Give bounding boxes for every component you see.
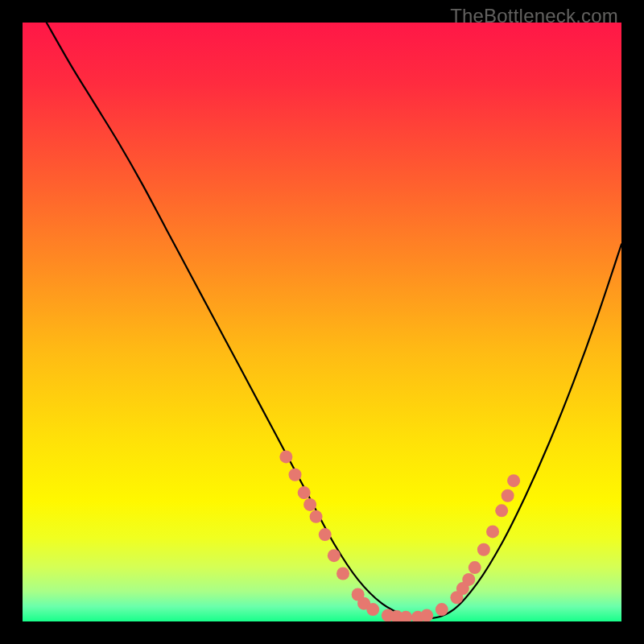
sample-point (486, 525, 499, 538)
sample-point (469, 561, 481, 574)
sample-point (319, 528, 332, 541)
sample-point (495, 504, 508, 517)
sample-point (303, 498, 316, 511)
sample-points-group (279, 450, 520, 621)
sample-point (462, 573, 475, 586)
sample-point (436, 603, 448, 616)
sample-point (420, 609, 433, 621)
sample-point (477, 543, 490, 556)
sample-point (366, 603, 379, 616)
sample-point (336, 567, 349, 580)
sample-point (502, 489, 514, 502)
sample-points-layer (23, 23, 621, 621)
sample-point (310, 510, 323, 523)
sample-point (279, 450, 292, 463)
sample-point (328, 549, 341, 562)
watermark-text: TheBottleneck.com (450, 5, 618, 27)
sample-point (507, 474, 520, 487)
sample-point (289, 469, 302, 481)
sample-point (298, 486, 311, 499)
plot-area (23, 23, 621, 621)
